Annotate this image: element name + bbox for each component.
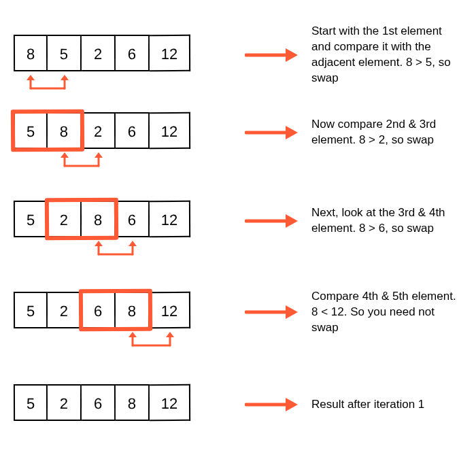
swap-arrows-3 [95, 239, 137, 257]
cell-4-1: 5 [14, 292, 48, 328]
svg-marker-12 [129, 332, 137, 337]
svg-marker-5 [95, 152, 103, 158]
step-description-2: Now compare 2nd & 3rd element. 8 > 2, so… [299, 117, 462, 148]
cell-2-5: 12 [150, 112, 190, 149]
step-4: 526812 Compare 4th & 5th element. 8 < 12… [14, 289, 462, 336]
svg-marker-17 [286, 398, 298, 411]
step-description-4: Compare 4th & 5th element. 8 < 12. So yo… [299, 289, 462, 336]
cell-2-2: 8 [48, 112, 82, 149]
arrow-icon-4 [245, 294, 299, 330]
svg-marker-1 [61, 75, 69, 80]
cell-4-3: 6 [82, 292, 116, 328]
step-3: 528612 Next, look at the 3rd & 4th eleme… [14, 201, 462, 241]
cell-3-1: 5 [14, 201, 48, 237]
step-description-1: Start with the 1st element and compare i… [299, 24, 462, 86]
swap-arrows-1 [27, 73, 69, 91]
arrow-icon-5 [245, 386, 299, 423]
svg-marker-0 [27, 75, 35, 80]
cell-1-3: 2 [82, 35, 116, 71]
cell-2-4: 6 [116, 112, 150, 149]
arrow-icon-2 [245, 114, 299, 151]
svg-marker-4 [61, 152, 69, 158]
cell-4-2: 2 [48, 292, 82, 328]
arrow-icon-3 [245, 203, 299, 239]
array-2: 582612 [14, 112, 211, 153]
cell-1-5: 12 [150, 35, 190, 71]
svg-marker-13 [166, 332, 174, 337]
cell-5-5: 12 [150, 384, 190, 421]
cell-3-2: 2 [48, 201, 82, 237]
cell-3-5: 12 [150, 201, 190, 237]
svg-marker-11 [286, 214, 298, 228]
array-3: 528612 [14, 201, 211, 241]
step-2: 582612 Now compare 2nd & 3rd element. 8 … [14, 112, 462, 153]
swap-arrows-4 [129, 330, 174, 348]
svg-marker-8 [95, 241, 103, 246]
cell-5-3: 6 [82, 384, 116, 421]
array-5: 526812 [14, 384, 211, 425]
step-description-3: Next, look at the 3rd & 4th element. 8 >… [299, 205, 462, 237]
array-4: 526812 [14, 292, 211, 333]
cell-2-1: 5 [14, 112, 48, 149]
array-1: 852612 [14, 35, 211, 75]
arrow-icon-1 [245, 37, 299, 73]
cell-2-3: 2 [82, 112, 116, 149]
svg-marker-15 [286, 305, 298, 319]
cell-3-4: 6 [116, 201, 150, 237]
cell-1-1: 8 [14, 35, 48, 71]
cell-4-4: 8 [116, 292, 150, 328]
svg-marker-9 [129, 241, 137, 246]
cell-1-2: 5 [48, 35, 82, 71]
step-description-5: Result after iteration 1 [299, 397, 462, 413]
step-5: 526812 Result after iteration 1 [14, 384, 462, 425]
step-1: 852612 Start with the 1st element and co… [14, 24, 462, 86]
cell-1-4: 6 [116, 35, 150, 71]
svg-marker-7 [286, 126, 298, 139]
cell-5-2: 2 [48, 384, 82, 421]
cell-5-1: 5 [14, 384, 48, 421]
swap-arrows-2 [61, 151, 103, 169]
svg-marker-3 [286, 48, 298, 62]
cell-4-5: 12 [150, 292, 190, 328]
cell-5-4: 8 [116, 384, 150, 421]
cell-3-3: 8 [82, 201, 116, 237]
